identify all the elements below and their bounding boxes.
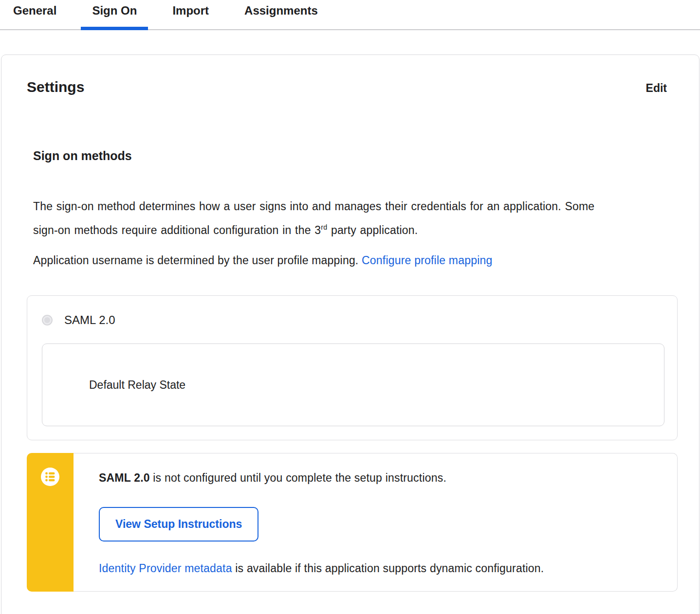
default-relay-state-field: Default Relay State	[42, 343, 664, 426]
default-relay-state-label: Default Relay State	[89, 379, 185, 392]
callout-body: SAML 2.0 is not configured until you com…	[74, 453, 678, 592]
card-header: Settings Edit	[1, 78, 699, 96]
page-title: Settings	[27, 78, 84, 96]
tab-general[interactable]: General	[2, 0, 68, 29]
description-text-after: party application.	[327, 224, 418, 236]
username-mapping-note: Application username is determined by th…	[33, 249, 670, 272]
callout-message: SAML 2.0 is not configured until you com…	[99, 470, 658, 486]
metadata-note-text: is available if this application support…	[232, 562, 544, 575]
edit-link[interactable]: Edit	[646, 82, 667, 95]
callout-highlight: SAML 2.0	[99, 471, 150, 484]
sign-on-methods-section: Sign on methods The sign-on method deter…	[1, 148, 699, 272]
saml-radio-row: SAML 2.0	[42, 313, 664, 327]
metadata-note: Identity Provider metadata is available …	[99, 561, 658, 576]
bulleted-list-icon	[41, 468, 59, 486]
callout-stripe	[27, 453, 74, 592]
callout-message-text: is not configured until you complete the…	[150, 471, 446, 484]
tab-assignments[interactable]: Assignments	[233, 0, 329, 29]
setup-callout: SAML 2.0 is not configured until you com…	[27, 453, 678, 592]
saml-method-box: SAML 2.0 Default Relay State	[27, 295, 678, 440]
sign-on-description: The sign-on method determines how a user…	[33, 195, 603, 242]
ordinal-superscript: rd	[321, 223, 327, 231]
identity-provider-metadata-link[interactable]: Identity Provider metadata	[99, 562, 232, 575]
username-mapping-text: Application username is determined by th…	[33, 254, 358, 267]
configure-profile-mapping-link[interactable]: Configure profile mapping	[362, 254, 492, 267]
section-heading: Sign on methods	[33, 148, 670, 164]
tab-import[interactable]: Import	[161, 0, 220, 29]
tab-sign-on[interactable]: Sign On	[81, 0, 148, 29]
saml-radio-button[interactable]	[42, 315, 53, 325]
settings-card: Settings Edit Sign on methods The sign-o…	[1, 54, 700, 614]
description-text: The sign-on method determines how a user…	[33, 200, 594, 236]
method-boxes: SAML 2.0 Default Relay State SAML 2.0 is	[1, 295, 699, 592]
saml-radio-label: SAML 2.0	[64, 313, 115, 327]
tab-bar: General Sign On Import Assignments	[0, 0, 700, 30]
view-setup-instructions-button[interactable]: View Setup Instructions	[99, 507, 258, 542]
